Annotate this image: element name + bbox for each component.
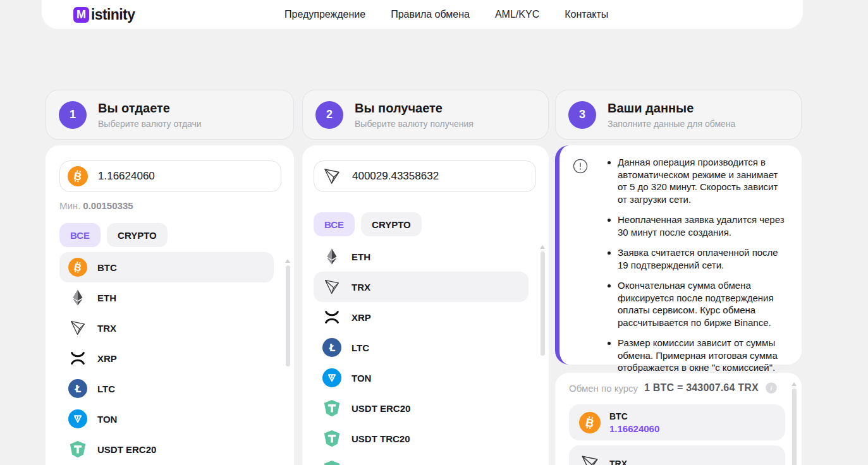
currency-label: USDT TRC20: [351, 433, 410, 444]
warning-icon: [572, 158, 589, 174]
currency-label: TRX: [97, 323, 116, 334]
btc-icon: B: [579, 412, 601, 433]
currency-row[interactable]: USDT ERC20: [314, 393, 529, 423]
summary-currency-row: TRX: [569, 445, 785, 465]
give-amount-input[interactable]: [97, 169, 273, 183]
currency-label: USDT ERC20: [351, 403, 410, 414]
step-3-subtitle: Заполните данные для обмена: [608, 119, 735, 129]
filter-tab[interactable]: CRYPTO: [361, 212, 422, 236]
currency-label: ETH: [351, 251, 370, 262]
currency-row[interactable]: TON: [59, 404, 274, 434]
nav-link[interactable]: Правила обмена: [391, 9, 470, 20]
step-1-badge: 1: [59, 101, 87, 129]
trx-icon: [68, 318, 87, 337]
usdt-icon: [322, 429, 341, 448]
summary-panel: Обмен по курсу 1 BTC = 343007.64 TRX i B…: [555, 373, 802, 465]
nav-link[interactable]: Контакты: [565, 9, 608, 20]
currency-row[interactable]: USDT ERC20: [59, 434, 274, 464]
scroll-up-icon[interactable]: [792, 382, 797, 386]
currency-row[interactable]: Ł LTC: [314, 332, 529, 363]
ton-icon: [322, 368, 341, 387]
give-panel: B Мин.0.00150335 ВСЕ CRYPTO B BTC: [46, 145, 294, 465]
svg-text:Ł: Ł: [75, 383, 82, 395]
step-2-card: 2 Вы получаете Выберите валюту получения: [302, 90, 549, 140]
ton-icon: [68, 409, 87, 428]
receive-currency-list: ETH TRX XRP Ł LTC: [314, 241, 536, 465]
currency-label: TON: [351, 373, 371, 383]
currency-row[interactable]: XRP: [314, 302, 529, 332]
currency-row[interactable]: B BTC: [59, 252, 274, 282]
logo-m-icon: M: [73, 7, 89, 23]
currency-row[interactable]: TRX: [314, 272, 529, 302]
give-list-scrollbar[interactable]: [285, 259, 290, 366]
currency-label: LTC: [351, 342, 369, 353]
scrollbar-thumb[interactable]: [541, 251, 545, 356]
usdt-icon: [322, 459, 341, 465]
note-item: Окончательная сумма обмена фиксируется п…: [618, 279, 788, 329]
step-2-title: Вы получаете: [355, 101, 474, 116]
nav-link[interactable]: AML/KYC: [495, 9, 539, 20]
receive-filter-tabs: ВСЕ CRYPTO: [314, 212, 536, 236]
currency-label: TRX: [351, 282, 370, 293]
logo[interactable]: M istinity: [73, 6, 135, 23]
exchange-rate-row: Обмен по курсу 1 BTC = 343007.64 TRX i: [569, 382, 788, 394]
xrp-icon: [68, 349, 87, 368]
step-3-title: Ваши данные: [608, 101, 735, 116]
summary-currency-code: TRX: [609, 459, 627, 465]
ltc-icon: Ł: [68, 379, 87, 398]
currency-label: TON: [97, 414, 117, 425]
min-amount-line: Мин.0.00150335: [59, 200, 281, 211]
give-currency-list: B BTC ETH TRX XRP: [59, 252, 281, 464]
svg-text:Ł: Ł: [329, 342, 336, 354]
currency-label: BTC: [97, 262, 117, 273]
rate-value: 1 BTC = 343007.64 TRX: [644, 382, 759, 394]
scrollbar-thumb[interactable]: [286, 265, 290, 366]
eth-icon: [68, 288, 87, 307]
step-1-subtitle: Выберите валюту отдачи: [98, 119, 202, 129]
summary-scrollbar[interactable]: [792, 382, 797, 465]
currency-label: XRP: [97, 353, 117, 364]
trx-icon: [322, 166, 342, 186]
scroll-up-icon[interactable]: [285, 259, 290, 263]
summary-currency-amount: 1.16624060: [609, 423, 659, 434]
receive-amount-input[interactable]: [351, 169, 528, 183]
scroll-up-icon[interactable]: [540, 245, 545, 249]
currency-label: USDT ERC20: [97, 444, 156, 455]
step-3-card: 3 Ваши данные Заполните данные для обмен…: [555, 90, 802, 140]
receive-list-scrollbar[interactable]: [540, 245, 545, 356]
currency-row[interactable]: ETH: [314, 241, 529, 272]
note-item: Данная операция производится в автоматич…: [618, 156, 788, 205]
currency-label: ETH: [97, 293, 116, 303]
summary-rows: B BTC 1.16624060 TRX: [569, 404, 788, 465]
currency-row[interactable]: TON: [314, 363, 529, 393]
give-filter-tabs: ВСЕ CRYPTO: [59, 223, 281, 247]
nav-link[interactable]: Предупреждение: [284, 9, 365, 20]
usdt-icon: [322, 399, 341, 418]
min-amount-value: 0.00150335: [83, 200, 133, 211]
currency-row[interactable]: TRX: [59, 313, 274, 343]
note-item: Заявка считается оплаченной после 19 под…: [618, 246, 788, 271]
step-1-card: 1 Вы отдаете Выберите валюту отдачи: [46, 90, 294, 140]
xrp-icon: [322, 308, 341, 327]
summary-currency-row: B BTC 1.16624060: [569, 404, 785, 440]
ltc-icon: Ł: [322, 338, 341, 357]
filter-tab[interactable]: ВСЕ: [314, 212, 355, 236]
currency-row[interactable]: XRP: [59, 343, 274, 373]
scrollbar-thumb[interactable]: [792, 389, 797, 465]
header: M istinity Предупреждение Правила обмена…: [42, 0, 803, 29]
currency-row[interactable]: Ł LTC: [59, 373, 274, 404]
eth-icon: [322, 247, 341, 266]
currency-row[interactable]: ETH: [59, 282, 274, 313]
currency-row[interactable]: USDT TON: [314, 454, 529, 465]
currency-row[interactable]: USDT TRC20: [314, 423, 529, 454]
trx-icon: [322, 277, 341, 296]
filter-tab[interactable]: ВСЕ: [59, 223, 101, 247]
rate-label: Обмен по курсу: [569, 383, 638, 394]
btc-icon: B: [68, 258, 87, 277]
info-icon[interactable]: i: [765, 382, 778, 394]
usdt-icon: [68, 440, 87, 459]
step-2-subtitle: Выберите валюту получения: [355, 119, 474, 129]
logo-text: istinity: [91, 6, 135, 23]
filter-tab[interactable]: CRYPTO: [107, 223, 168, 247]
main-nav: Предупреждение Правила обмена AML/KYC Ко…: [284, 9, 608, 20]
